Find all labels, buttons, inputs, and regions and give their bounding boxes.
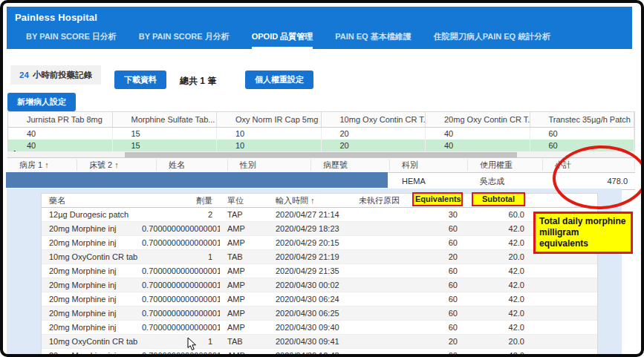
tab-pain-score-monthly[interactable]: BY PAIN SCORE 月分析 — [139, 31, 230, 49]
column-header[interactable]: 輸入時間 ↑ — [267, 195, 350, 206]
column-header[interactable]: 劑量 — [142, 195, 220, 206]
table-cell: 0.7000000000000001 — [142, 351, 220, 357]
patient-department-cell: HEMA — [390, 177, 468, 186]
table-row[interactable]: 401510204060 — [8, 128, 634, 140]
table-cell: 2020/04/29 18:23 — [267, 224, 350, 233]
table-cell: 10mg OxyContin CR tab — [42, 337, 142, 346]
table-row[interactable]: 20mg Morphine inj0.7000000000000001AMP20… — [42, 278, 597, 292]
table-row[interactable]: 20mg Morphine inj0.7000000000000001AMP20… — [42, 222, 597, 236]
table-cell: TAP — [220, 210, 267, 219]
column-header[interactable]: 使用權重 — [468, 160, 543, 171]
table-cell: 40 — [8, 128, 113, 140]
table-cell: 0.7000000000000001 — [142, 224, 220, 233]
table-row[interactable]: 10mg OxyContin CR tab1TAB2020/04/29 21:1… — [42, 250, 597, 264]
table-cell: 0.7000000000000001 — [142, 309, 220, 318]
table-cell: 60 — [408, 224, 467, 233]
column-header[interactable]: Equivalents — [412, 192, 463, 206]
table-cell: 20 — [408, 252, 467, 261]
table-cell: 10 — [217, 140, 322, 151]
table-cell: 20mg Morphine inj — [42, 309, 142, 318]
column-header[interactable]: 單位 — [220, 195, 267, 206]
add-patient-button[interactable]: 新增病人設定 — [7, 93, 76, 111]
screenshot-frame: Painless Hospital BY PAIN SCORE 日分析 BY P… — [0, 0, 644, 357]
table-cell: 60 — [408, 323, 467, 332]
table-cell: 60 — [530, 140, 635, 151]
table-cell: 60 — [408, 295, 467, 304]
personal-weight-button[interactable]: 個人權重設定 — [245, 71, 313, 89]
download-data-button[interactable]: 下載資料 — [114, 71, 166, 89]
medication-table: 藥名劑量單位輸入時間 ↑未執行原因EquivalentsSubtotal 12µ… — [41, 193, 598, 357]
table-cell: 15 — [113, 140, 218, 151]
column-header[interactable]: 未執行原因 — [350, 195, 408, 206]
tab-bar: BY PAIN SCORE 日分析 BY PAIN SCORE 月分析 OPOI… — [26, 31, 550, 49]
table-row[interactable]: 20mg Morphine inj0.7000000000000001AMP20… — [42, 349, 597, 357]
table-cell: 1 — [142, 337, 220, 346]
table-cell: 30 — [408, 210, 467, 219]
table-cell: 42.0 — [467, 295, 530, 304]
table-row[interactable]: 20mg Morphine inj0.7000000000000001AMP20… — [42, 307, 597, 321]
table-cell: 20mg Morphine inj — [42, 323, 142, 332]
app-title: Painless Hospital — [15, 12, 97, 23]
table-cell: AMP — [220, 309, 267, 318]
column-header[interactable]: Jurnista PR Tab 8mg — [8, 112, 113, 127]
table-cell: 20mg Morphine inj — [42, 295, 142, 304]
table-cell: 0.7000000000000001 — [142, 295, 220, 304]
column-header[interactable]: 10mg Oxy Contin CR T... — [322, 112, 426, 127]
table-cell: 60 — [408, 351, 467, 357]
table-cell: 2 — [142, 210, 220, 219]
table-row[interactable]: 20mg Morphine inj0.7000000000000001AMP20… — [42, 321, 597, 335]
column-header[interactable]: 姓名 — [157, 160, 228, 171]
table-cell: 2020/04/30 09:40 — [267, 323, 350, 332]
table-cell: 2020/04/30 12:48 — [267, 351, 350, 357]
table-cell: AMP — [220, 281, 267, 289]
table-cell: 2020/04/30 06:25 — [267, 309, 350, 318]
table-cell: 60.0 — [467, 210, 530, 219]
column-header[interactable]: Subtotal — [472, 192, 525, 206]
tab-pain-eq-statistics[interactable]: 住院開刀病人PAIN EQ 統計分析 — [434, 31, 550, 49]
table-cell: 2020/04/30 06:24 — [267, 295, 350, 304]
column-header[interactable]: 藥名 — [42, 195, 142, 206]
table-row[interactable]: 401510204060 — [8, 140, 634, 151]
table-cell: 20.0 — [467, 337, 530, 346]
table-row[interactable]: 20mg Morphine inj0.7000000000000001AMP20… — [42, 292, 597, 307]
column-header[interactable]: 病房 1 ↑ — [7, 160, 77, 171]
table-cell: 10mg OxyContin CR tab — [42, 252, 142, 261]
table-cell: 2020/04/29 21:19 — [267, 252, 350, 261]
table-cell: 40 — [426, 128, 530, 140]
table-row[interactable]: 20mg Morphine inj0.7000000000000001AMP20… — [42, 236, 597, 250]
column-header[interactable]: Transtec 35µg/h Patch — [530, 112, 635, 127]
equivalents-table-header: Jurnista PR Tab 8mgMorphine Sulfate Tab.… — [8, 112, 634, 128]
table-row[interactable]: 12µg Durogesic patch2TAP2020/04/27 21:14… — [42, 208, 597, 222]
table-cell: AMP — [220, 351, 267, 357]
table-cell: 20mg Morphine inj — [42, 266, 142, 275]
column-header[interactable]: 科別 — [390, 160, 468, 171]
table-cell: 42.0 — [467, 323, 530, 332]
column-header[interactable]: Morphine Sulfate Tab... — [113, 112, 218, 127]
table-row[interactable]: 20mg Morphine inj0.7000000000000001AMP20… — [42, 264, 597, 278]
tab-opoid-quality[interactable]: OPOID 品質管理 — [252, 31, 313, 49]
table-row[interactable]: 10mg OxyContin CR tab1TAB2020/04/30 09:4… — [42, 335, 597, 349]
callout-line-1: Total daily morphine — [539, 216, 627, 227]
table-cell: 60 — [408, 238, 467, 247]
table-cell: 20mg Morphine inj — [42, 281, 142, 289]
medication-table-header: 藥名劑量單位輸入時間 ↑未執行原因EquivalentsSubtotal — [42, 194, 597, 208]
column-header[interactable]: Oxy Norm IR Cap 5mg — [217, 112, 322, 127]
table-cell: AMP — [220, 295, 267, 304]
table-cell: TAB — [220, 337, 267, 346]
table-cell: 0.7000000000000001 — [142, 238, 220, 247]
table-cell: 42.0 — [467, 238, 530, 247]
column-header[interactable]: 床號 2 ↑ — [77, 160, 157, 171]
column-header[interactable]: 20mg Oxy Contin CR T... — [426, 112, 530, 127]
table-cell: 2020/04/29 21:35 — [267, 266, 350, 275]
table-cell: 15 — [113, 128, 218, 140]
table-cell: 2020/04/30 09:41 — [267, 337, 350, 346]
column-header[interactable]: 病歷號 — [311, 160, 390, 171]
table-cell: 40 — [8, 140, 113, 151]
tab-pain-score-daily[interactable]: BY PAIN SCORE 日分析 — [26, 31, 117, 49]
column-header[interactable]: 小計 — [543, 160, 635, 171]
table-cell: 10 — [217, 128, 322, 140]
tab-pain-eq-maintenance[interactable]: PAIN EQ 基本檔維護 — [335, 31, 411, 49]
horizontal-scrollbar-thumb[interactable] — [125, 152, 517, 157]
column-header[interactable]: 性別 — [228, 160, 311, 171]
table-cell: 20 — [322, 140, 426, 151]
